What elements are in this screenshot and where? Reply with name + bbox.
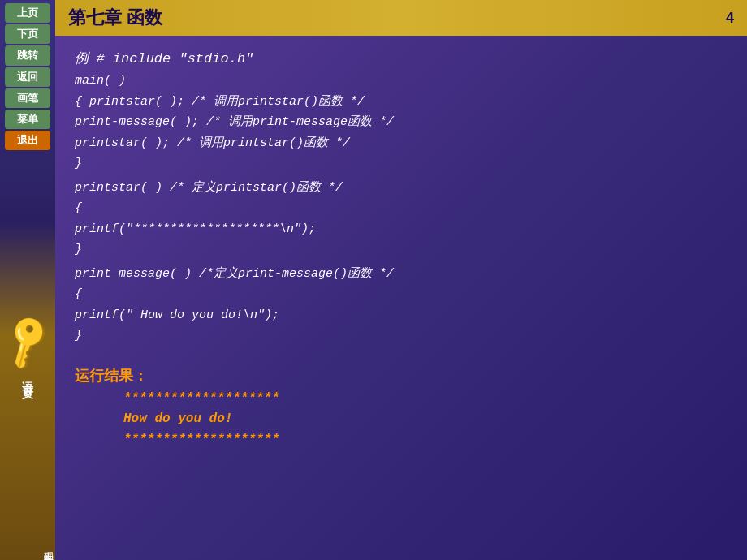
code-line13: printf(" How do you do!\n"); (75, 305, 728, 326)
code-line11: print_message( ) /*定义print-message()函数 *… (75, 264, 728, 285)
sidebar-main-text: 语言讲义 (21, 373, 35, 379)
code-block: main( ) { printstar( ); /* 调用printstar()… (75, 71, 728, 347)
prev-button[interactable]: 上页 (5, 3, 50, 23)
result-content: ******************** How do you do! ****… (75, 389, 728, 451)
result-line1: ******************** (123, 389, 728, 410)
code-main: main( ) (75, 71, 728, 92)
sidebar: 上页 下页 跳转 返回 画笔 菜单 退出 🔑 语言讲义 理工学院基础教育学院 (0, 0, 55, 560)
content-area: 第七章 函数 4 例 # include "stdio.h" main( ) {… (55, 0, 747, 560)
sidebar-key-area: 🔑 语言讲义 (0, 153, 55, 544)
result-line3: ******************** (123, 430, 728, 451)
sidebar-bottom-text: 理工学院基础教育学院 (0, 544, 55, 560)
header: 第七章 函数 4 (55, 0, 747, 36)
result-label: 运行结果： (75, 366, 728, 386)
key-icon: 🔑 (0, 309, 60, 373)
example-line: 例 # include "stdio.h" (75, 49, 728, 67)
code-line14: } (75, 325, 728, 347)
pen-button[interactable]: 画笔 (5, 88, 50, 108)
menu-button[interactable]: 菜单 (5, 110, 50, 129)
nav-buttons: 上页 下页 跳转 返回 画笔 菜单 退出 (0, 0, 55, 153)
code-line12: { (75, 284, 728, 305)
result-line2: How do you do! (123, 409, 728, 430)
example-label: 例 (75, 50, 96, 66)
code-line5: printstar( ); /* 调用printstar()函数 */ (75, 133, 728, 154)
next-button[interactable]: 下页 (5, 24, 50, 44)
jump-button[interactable]: 跳转 (5, 45, 50, 65)
page-number: 4 (726, 10, 734, 27)
code-line7: printstar( ) /* 定义printstar()函数 */ (75, 178, 728, 199)
code-line3: { printstar( ); /* 调用printstar()函数 */ (75, 92, 728, 113)
page-title: 第七章 函数 (68, 6, 162, 30)
code-line8: { (75, 198, 728, 219)
result-section: 运行结果： ******************** How do you do… (55, 360, 747, 458)
code-line4: print-message( ); /* 调用print-message函数 *… (75, 112, 728, 133)
back-button[interactable]: 返回 (5, 67, 50, 87)
code-section: 例 # include "stdio.h" main( ) { printsta… (55, 36, 747, 360)
code-line9: printf("********************\n"); (75, 219, 728, 240)
code-line10: } (75, 239, 728, 261)
exit-button[interactable]: 退出 (5, 131, 50, 150)
code-line6: } (75, 153, 728, 174)
code-line1: # include "stdio.h" (96, 51, 253, 67)
